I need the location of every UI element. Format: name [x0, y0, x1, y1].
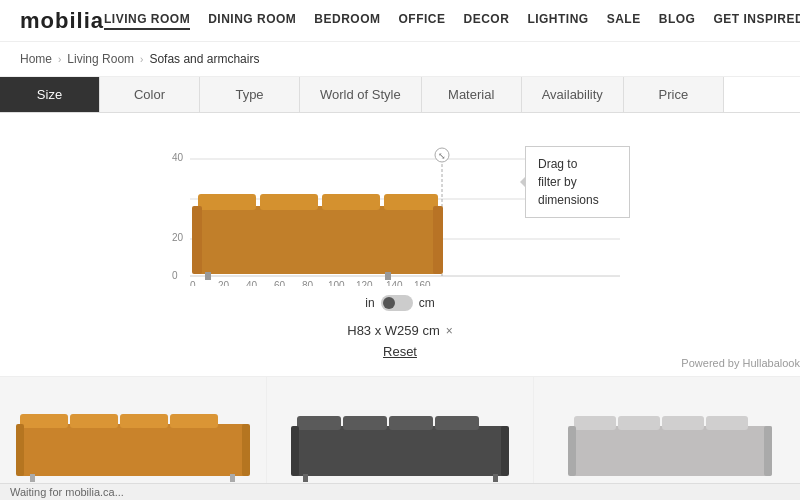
svg-text:80: 80: [302, 280, 314, 286]
breadcrumb: Home › Living Room › Sofas and armchairs: [0, 42, 800, 77]
svg-rect-36: [242, 424, 250, 476]
toggle-knob: [383, 297, 395, 309]
svg-rect-53: [662, 416, 704, 430]
nav-sale[interactable]: SALE: [607, 12, 641, 30]
svg-rect-29: [18, 446, 248, 476]
nav-bedroom[interactable]: BEDROOM: [314, 12, 380, 30]
unit-in-label: in: [365, 296, 374, 310]
breadcrumb-sep-1: ›: [58, 54, 61, 65]
nav-links: LIVING ROOM DINING ROOM BEDROOM OFFICE D…: [104, 12, 800, 30]
tooltip-line1: Drag to: [538, 157, 577, 171]
svg-rect-15: [433, 206, 443, 274]
svg-text:60: 60: [274, 280, 286, 286]
nav-decor[interactable]: DECOR: [464, 12, 510, 30]
main-nav: mobilia LIVING ROOM DINING ROOM BEDROOM …: [0, 0, 800, 42]
status-bar: Waiting for mobilia.ca...: [0, 483, 800, 500]
size-filter-panel: 40 20 0: [0, 113, 800, 369]
svg-text:40: 40: [246, 280, 258, 286]
svg-rect-51: [574, 416, 616, 430]
tooltip-box: Drag to filter by dimensions: [525, 146, 630, 218]
product-card-1[interactable]: [0, 377, 267, 486]
svg-rect-9: [195, 206, 440, 238]
breadcrumb-sep-2: ›: [140, 54, 143, 65]
tooltip-line2: filter by: [538, 175, 577, 189]
svg-text:0: 0: [172, 270, 178, 281]
svg-rect-37: [30, 474, 35, 482]
reset-link[interactable]: Reset: [383, 344, 417, 359]
filter-tabs: Size Color Type World of Style Material …: [0, 77, 800, 113]
tooltip-line3: dimensions: [538, 193, 599, 207]
svg-rect-55: [568, 426, 576, 476]
svg-rect-32: [70, 414, 118, 428]
filter-tab-price[interactable]: Price: [624, 77, 724, 112]
svg-rect-12: [322, 194, 380, 210]
svg-rect-47: [303, 474, 308, 482]
svg-rect-39: [295, 446, 505, 476]
status-text: Waiting for mobilia.ca...: [10, 486, 124, 498]
svg-rect-48: [493, 474, 498, 482]
unit-switch[interactable]: [381, 295, 413, 311]
svg-rect-49: [572, 446, 772, 476]
svg-text:⤡: ⤡: [438, 151, 446, 161]
filter-tab-availability[interactable]: Availability: [522, 77, 624, 112]
svg-text:160: 160: [414, 280, 431, 286]
svg-rect-56: [764, 426, 772, 476]
breadcrumb-home[interactable]: Home: [20, 52, 52, 66]
products-row: [0, 376, 800, 486]
svg-rect-8: [195, 236, 440, 274]
drag-handle-icon[interactable]: ⤡: [435, 148, 449, 162]
svg-rect-11: [260, 194, 318, 210]
svg-rect-52: [618, 416, 660, 430]
svg-text:0: 0: [190, 280, 196, 286]
svg-rect-35: [16, 424, 24, 476]
svg-rect-38: [230, 474, 235, 482]
selected-size: H83 x W259 cm: [347, 323, 439, 338]
logo: mobilia: [20, 8, 104, 34]
powered-by: Powered by Hullabalook: [681, 357, 800, 369]
svg-text:120: 120: [356, 280, 373, 286]
svg-text:20: 20: [172, 232, 184, 243]
svg-rect-31: [20, 414, 68, 428]
svg-rect-44: [435, 416, 479, 430]
svg-text:140: 140: [386, 280, 403, 286]
svg-rect-17: [385, 272, 391, 280]
nav-dining-room[interactable]: DINING ROOM: [208, 12, 296, 30]
unit-toggle: in cm: [365, 295, 434, 311]
size-close-button[interactable]: ×: [446, 324, 453, 338]
svg-rect-34: [170, 414, 218, 428]
filter-tab-world-of-style[interactable]: World of Style: [300, 77, 422, 112]
nav-lighting[interactable]: LIGHTING: [527, 12, 588, 30]
filter-tab-size[interactable]: Size: [0, 77, 100, 112]
breadcrumb-section[interactable]: Living Room: [67, 52, 134, 66]
svg-rect-43: [389, 416, 433, 430]
svg-text:100: 100: [328, 280, 345, 286]
product-card-3[interactable]: [534, 377, 800, 486]
nav-get-inspired[interactable]: GET INSPIRED: [713, 12, 800, 30]
product-card-2[interactable]: [267, 377, 534, 486]
nav-blog[interactable]: BLOG: [659, 12, 696, 30]
nav-office[interactable]: OFFICE: [399, 12, 446, 30]
filter-tab-material[interactable]: Material: [422, 77, 522, 112]
tooltip-arrow: [520, 176, 526, 188]
svg-text:40: 40: [172, 152, 184, 163]
breadcrumb-current: Sofas and armchairs: [149, 52, 259, 66]
svg-rect-13: [384, 194, 438, 210]
size-label: H83 x W259 cm ×: [347, 323, 453, 338]
svg-rect-54: [706, 416, 748, 430]
svg-rect-33: [120, 414, 168, 428]
svg-rect-10: [198, 194, 256, 210]
svg-rect-14: [192, 206, 202, 274]
svg-text:20: 20: [218, 280, 230, 286]
svg-rect-42: [343, 416, 387, 430]
svg-rect-46: [501, 426, 509, 476]
filter-tab-type[interactable]: Type: [200, 77, 300, 112]
svg-rect-45: [291, 426, 299, 476]
filter-tab-color[interactable]: Color: [100, 77, 200, 112]
svg-rect-41: [297, 416, 341, 430]
unit-cm-label: cm: [419, 296, 435, 310]
nav-living-room[interactable]: LIVING ROOM: [104, 12, 190, 30]
svg-rect-16: [205, 272, 211, 280]
